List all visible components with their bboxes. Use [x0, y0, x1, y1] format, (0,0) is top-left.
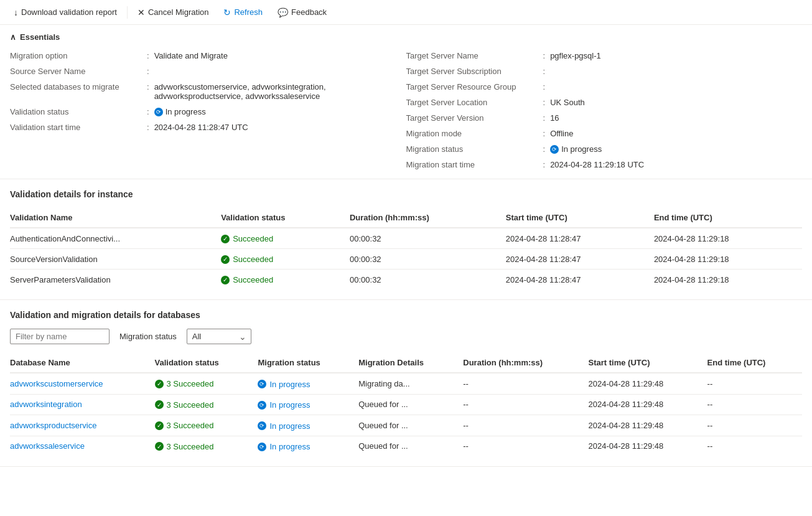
essentials-left-col: Migration option : Validate and Migrate … [10, 49, 406, 171]
database-name-cell[interactable]: advworkscustomerservice [10, 373, 155, 394]
essentials-row: Migration start time : 2024-04-28 11:29:… [406, 158, 803, 171]
duration-cell: 00:00:32 [350, 249, 506, 270]
cancel-icon: ✕ [138, 7, 145, 17]
val-status-cell: ✓ 3 Succeeded [155, 415, 258, 436]
essentials-value: 2024-04-28 11:29:18 UTC [550, 160, 644, 169]
refresh-label: Refresh [234, 7, 263, 17]
validation-databases-thead: Database NameValidation statusMigration … [10, 353, 802, 373]
toolbar: ↓ Download validation report ✕ Cancel Mi… [0, 0, 812, 25]
end-time-cell: 2024-04-28 11:29:18 [654, 249, 802, 270]
end-time-cell: -- [707, 373, 802, 394]
mig-details-cell: Queued for ... [358, 436, 463, 456]
refresh-button[interactable]: ↻ Refresh [217, 5, 269, 20]
status-succeeded: ✓ 3 Succeeded [155, 442, 214, 451]
status-succeeded: ✓ 3 Succeeded [155, 379, 214, 388]
in-progress-icon: ⟳ [550, 145, 559, 154]
table-row: advworkscustomerservice ✓ 3 Succeeded ⟳ … [10, 373, 802, 394]
table-header-cell: Start time (UTC) [506, 208, 654, 228]
status-in-progress: ⟳ In progress [258, 442, 310, 451]
cancel-migration-label: Cancel Migration [148, 7, 209, 17]
colon: : [543, 98, 546, 107]
validation-databases-table: Database NameValidation statusMigration … [10, 353, 802, 456]
table-row: ServerParametersValidation ✓ Succeeded 0… [10, 270, 802, 290]
database-name-link[interactable]: advworkssaleservice [10, 441, 85, 451]
essentials-section: ∧ Essentials Migration option : Validate… [0, 25, 812, 179]
migration-status-filter-label: Migration status [119, 332, 177, 341]
table-header-cell: Validation Name [10, 208, 221, 228]
essentials-label: Target Server Version [406, 113, 543, 123]
essentials-row: Target Server Subscription : [406, 65, 803, 78]
start-time-cell: 2024-04-28 11:29:48 [589, 415, 707, 436]
validation-status-cell: ✓ Succeeded [221, 270, 350, 290]
database-name-cell[interactable]: advworksintegration [10, 394, 155, 415]
chevron-up-icon: ∧ [10, 32, 16, 42]
check-icon: ✓ [221, 235, 230, 243]
progress-icon: ⟳ [258, 421, 266, 430]
validation-status-cell: ✓ Succeeded [221, 249, 350, 270]
status-succeeded: ✓ Succeeded [221, 255, 273, 264]
download-icon: ↓ [14, 7, 18, 17]
table-row: advworkssaleservice ✓ 3 Succeeded ⟳ In p… [10, 436, 802, 456]
mig-status-cell: ⟳ In progress [258, 415, 358, 436]
cancel-migration-button[interactable]: ✕ Cancel Migration [131, 5, 215, 20]
essentials-label: Migration option [10, 51, 147, 60]
database-name-link[interactable]: advworkscustomerservice [10, 379, 103, 388]
table-header-cell: Migration Details [358, 353, 463, 373]
table-header-cell: Start time (UTC) [589, 353, 707, 373]
validation-name-cell: SourceVersionValidation [10, 249, 221, 270]
essentials-value: 2024-04-28 11:28:47 UTC [154, 123, 248, 132]
validation-databases-header-row: Database NameValidation statusMigration … [10, 353, 802, 373]
check-icon: ✓ [221, 255, 230, 264]
table-header-cell: Database Name [10, 353, 155, 373]
colon: : [543, 67, 546, 76]
end-time-cell: -- [707, 436, 802, 456]
mig-details-cell: Migrating da... [358, 373, 463, 394]
progress-icon: ⟳ [258, 401, 266, 410]
essentials-value: UK South [550, 98, 585, 107]
essentials-row: Target Server Resource Group : [406, 80, 803, 93]
duration-cell: 00:00:32 [350, 228, 506, 249]
essentials-label: Migration mode [406, 129, 543, 138]
validation-instance-tbody: AuthenticationAndConnectivi... ✓ Succeed… [10, 228, 802, 289]
mig-status-cell: ⟳ In progress [258, 394, 358, 415]
essentials-label: Target Server Resource Group [406, 82, 543, 91]
essentials-value: ⟳ In progress [550, 144, 602, 154]
val-status-cell: ✓ 3 Succeeded [155, 394, 258, 415]
table-row: SourceVersionValidation ✓ Succeeded 00:0… [10, 249, 802, 270]
feedback-button[interactable]: 💬 Feedback [271, 5, 333, 20]
feedback-icon: 💬 [278, 7, 288, 17]
migration-status-filter-wrapper: All In progress Succeeded Failed [187, 329, 251, 344]
essentials-value: pgflex-pgsql-1 [550, 51, 601, 60]
download-validation-report-button[interactable]: ↓ Download validation report [7, 5, 123, 20]
essentials-label: Migration start time [406, 160, 543, 169]
validation-instance-thead: Validation NameValidation statusDuration… [10, 208, 802, 228]
table-header-cell: Duration (hh:mm:ss) [463, 353, 588, 373]
database-name-link[interactable]: advworksproductservice [10, 421, 96, 430]
duration-cell: -- [463, 394, 588, 415]
database-name-cell[interactable]: advworksproductservice [10, 415, 155, 436]
colon: : [147, 107, 149, 116]
essentials-row: Migration status : ⟳ In progress [406, 143, 803, 156]
val-status-cell: ✓ 3 Succeeded [155, 436, 258, 456]
essentials-row: Target Server Location : UK South [406, 96, 803, 109]
essentials-row: Target Server Name : pgflex-pgsql-1 [406, 49, 803, 62]
table-header-cell: End time (UTC) [707, 353, 802, 373]
table-row: advworksproductservice ✓ 3 Succeeded ⟳ I… [10, 415, 802, 436]
essentials-header[interactable]: ∧ Essentials [10, 32, 802, 42]
start-time-cell: 2024-04-28 11:29:48 [589, 394, 707, 415]
database-name-link[interactable]: advworksintegration [10, 400, 82, 409]
essentials-label: Validation start time [10, 123, 147, 132]
progress-icon: ⟳ [258, 443, 266, 451]
colon: : [543, 129, 546, 138]
start-time-cell: 2024-04-28 11:28:47 [506, 228, 654, 249]
refresh-icon: ↻ [223, 7, 231, 17]
essentials-row: Source Server Name : [10, 65, 406, 78]
colon: : [543, 144, 546, 154]
filter-by-name-input[interactable] [10, 329, 110, 344]
database-name-cell[interactable]: advworkssaleservice [10, 436, 155, 456]
essentials-row: Validation status : ⟳ In progress [10, 105, 406, 118]
essentials-label: Selected databases to migrate [10, 82, 147, 91]
colon: : [543, 51, 546, 60]
essentials-label: Target Server Name [406, 51, 543, 60]
migration-status-filter-select[interactable]: All In progress Succeeded Failed [187, 329, 251, 344]
